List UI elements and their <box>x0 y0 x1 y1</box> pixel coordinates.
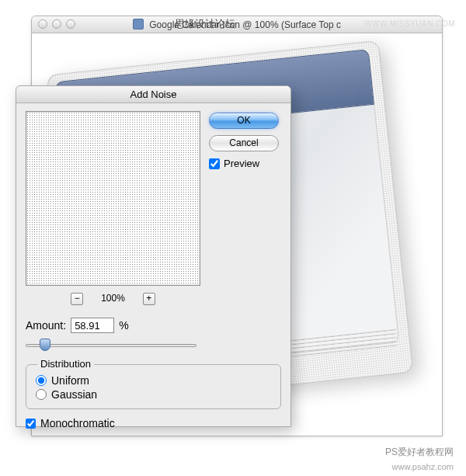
monochromatic-label: Monochromatic <box>40 417 115 429</box>
preview-label: Preview <box>224 158 259 169</box>
uniform-radio[interactable] <box>36 375 47 386</box>
noise-pattern <box>26 112 200 285</box>
amount-row: Amount: % <box>26 318 281 333</box>
monochromatic-checkbox[interactable] <box>26 419 36 429</box>
distribution-uniform-row[interactable]: Uniform <box>36 374 271 387</box>
zoom-icon[interactable] <box>66 19 75 29</box>
zoom-level: 100% <box>86 293 141 304</box>
gaussian-label: Gaussian <box>51 388 97 401</box>
add-noise-dialog: Add Noise OK Cancel Preview − 100% + Amo… <box>16 85 291 427</box>
amount-label: Amount: <box>26 319 66 332</box>
monochromatic-row[interactable]: Monochromatic <box>26 417 281 429</box>
amount-field[interactable] <box>71 318 114 333</box>
watermark-bottom-url: www.psahz.com <box>392 462 454 471</box>
dialog-title[interactable]: Add Noise <box>16 86 290 103</box>
cancel-button[interactable]: Cancel <box>209 135 279 151</box>
window-controls <box>38 19 75 29</box>
amount-slider[interactable] <box>26 338 196 352</box>
watermark-missyuan: WWW.MISSYUAN.COM <box>364 19 455 28</box>
preview-checkbox-row[interactable]: Preview <box>209 158 283 169</box>
slider-track <box>26 344 196 347</box>
distribution-gaussian-row[interactable]: Gaussian <box>36 388 271 401</box>
uniform-label: Uniform <box>51 374 89 387</box>
watermark-bottom-label: PS爱好者教程网 <box>385 446 454 459</box>
close-icon[interactable] <box>38 19 47 29</box>
noise-preview[interactable] <box>26 111 200 286</box>
zoom-controls: − 100% + <box>26 293 200 305</box>
watermark-center: 思缘设计论坛 <box>175 17 235 31</box>
slider-thumb[interactable] <box>40 339 50 351</box>
distribution-group: Distribution Uniform Gaussian <box>26 364 281 409</box>
zoom-in-button[interactable]: + <box>143 293 155 305</box>
gaussian-radio[interactable] <box>36 389 47 400</box>
ok-button[interactable]: OK <box>209 113 279 129</box>
zoom-out-button[interactable]: − <box>71 293 83 305</box>
dialog-button-column: OK Cancel Preview <box>209 113 283 169</box>
distribution-legend: Distribution <box>37 358 94 370</box>
document-icon <box>133 19 144 30</box>
minimize-icon[interactable] <box>52 19 61 29</box>
preview-checkbox[interactable] <box>209 158 220 169</box>
amount-unit: % <box>119 319 128 332</box>
